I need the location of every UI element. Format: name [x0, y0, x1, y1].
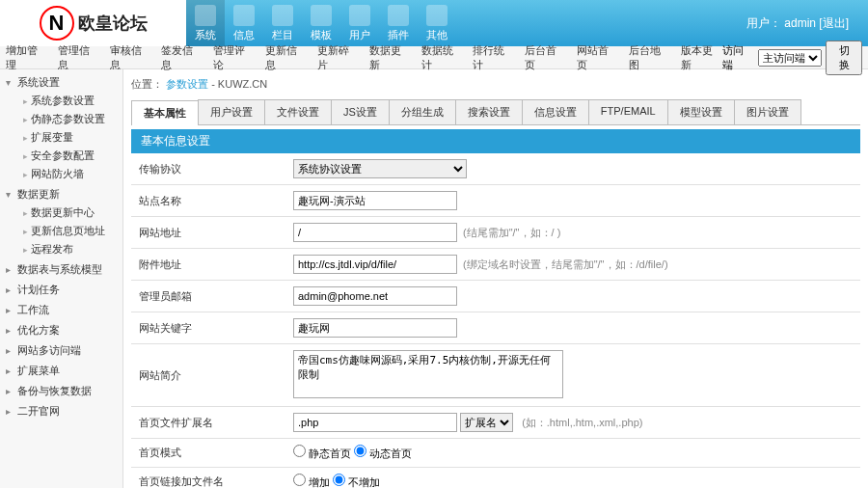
- tree-child[interactable]: 系统参数设置: [2, 92, 121, 110]
- sub-nav-item[interactable]: 管理评论: [213, 43, 256, 72]
- tree-child[interactable]: 网站防火墙: [2, 165, 121, 183]
- sub-nav-item[interactable]: 后台地图: [629, 43, 671, 72]
- top-nav-item[interactable]: 栏目: [263, 0, 302, 46]
- tree-child[interactable]: 扩展变量: [2, 128, 121, 147]
- sub-nav-item[interactable]: 增加管理: [6, 43, 48, 72]
- top-nav-item[interactable]: 插件: [379, 0, 418, 46]
- indexlink-add-radio[interactable]: [293, 474, 306, 486]
- tree-child[interactable]: 安全参数配置: [2, 147, 121, 165]
- expand-icon: ▸: [6, 345, 15, 356]
- expand-icon: ▸: [6, 325, 15, 336]
- content: 位置： 参数设置 - KUWZ.CN 基本属性用户设置文件设置JS设置分组生成搜…: [123, 69, 868, 488]
- expand-icon: ▸: [6, 285, 15, 295]
- ext-select[interactable]: 扩展名: [460, 413, 513, 432]
- visit-select[interactable]: 主访问端: [758, 49, 822, 67]
- protocol-select[interactable]: 系统协议设置: [293, 159, 467, 178]
- sub-nav-item[interactable]: 更新碎片: [317, 43, 360, 72]
- top-nav: 系统信息栏目模板用户插件其他: [186, 0, 746, 46]
- tree-parent[interactable]: ▸数据表与系统模型: [2, 260, 121, 279]
- sub-nav-item[interactable]: 更新信息: [265, 43, 308, 72]
- nav-icon: [311, 5, 332, 26]
- tree-parent[interactable]: ▾系统设置: [2, 73, 121, 92]
- tree-parent[interactable]: ▸网站多访问端: [2, 341, 121, 360]
- top-nav-item[interactable]: 用户: [340, 0, 379, 46]
- sub-nav-item[interactable]: 数据统计: [421, 43, 464, 72]
- indexmode-static-radio[interactable]: [293, 445, 306, 457]
- tab[interactable]: 图片设置: [734, 99, 801, 124]
- sub-nav: 增加管理管理信息审核信息签发信息管理评论更新信息更新碎片数据更新数据统计排行统计…: [0, 46, 868, 69]
- tab[interactable]: 基本属性: [131, 100, 199, 125]
- expand-icon: ▸: [6, 386, 15, 396]
- fileurl-input[interactable]: [293, 255, 457, 274]
- tree-parent[interactable]: ▸优化方案: [2, 321, 121, 339]
- section-title: 基本信息设置: [131, 129, 860, 153]
- tree-child[interactable]: 远程发布: [2, 240, 121, 258]
- tree-parent[interactable]: ▸计划任务: [2, 281, 121, 299]
- nav-icon: [272, 5, 293, 26]
- sub-nav-item[interactable]: 数据更新: [369, 43, 412, 72]
- tree-child[interactable]: 更新信息页地址: [2, 222, 121, 240]
- expand-icon: ▸: [6, 264, 15, 275]
- breadcrumb: 位置： 参数设置 - KUWZ.CN: [131, 73, 860, 95]
- top-nav-item[interactable]: 信息: [225, 0, 263, 46]
- tabs: 基本属性用户设置文件设置JS设置分组生成搜索设置信息设置FTP/EMAIL模型设…: [131, 99, 860, 125]
- sub-nav-item[interactable]: 管理信息: [58, 43, 100, 72]
- expand-icon: ▸: [6, 406, 15, 417]
- ext-input[interactable]: [293, 413, 457, 432]
- tree-parent[interactable]: ▸工作流: [2, 301, 121, 319]
- user-area: 用户： admin [退出]: [746, 15, 868, 32]
- logo-icon: N: [40, 6, 74, 41]
- logout-link[interactable]: [退出]: [819, 16, 849, 30]
- tab[interactable]: 模型设置: [667, 99, 735, 124]
- tab[interactable]: 文件设置: [264, 99, 332, 124]
- logo-text: 欧皇论坛: [78, 12, 148, 35]
- tab[interactable]: 搜索设置: [455, 99, 523, 124]
- expand-icon: ▾: [6, 189, 15, 200]
- tree-parent[interactable]: ▾数据更新: [2, 185, 121, 203]
- sub-nav-item[interactable]: 网站首页: [577, 43, 619, 72]
- top-nav-item[interactable]: 系统: [186, 0, 225, 46]
- nav-icon: [426, 5, 448, 26]
- tree-parent[interactable]: ▸二开官网: [2, 402, 121, 420]
- indexlink-noadd-radio[interactable]: [333, 474, 345, 486]
- user-name: admin: [784, 16, 816, 30]
- tab[interactable]: 用户设置: [198, 99, 265, 124]
- breadcrumb-link[interactable]: 参数设置: [166, 78, 208, 90]
- indexmode-dynamic-radio[interactable]: [354, 445, 366, 457]
- expand-icon: ▸: [6, 305, 15, 315]
- keywords-input[interactable]: [293, 318, 457, 338]
- nav-icon: [349, 5, 370, 26]
- tree-parent[interactable]: ▸备份与恢复数据: [2, 382, 121, 400]
- tree-child[interactable]: 伪静态参数设置: [2, 110, 121, 128]
- top-nav-item[interactable]: 模板: [302, 0, 340, 46]
- intro-textarea[interactable]: 帝国cms仿趣味网源码,采用7.5内核仿制,开源无任何限制: [293, 350, 563, 398]
- tab[interactable]: 分组生成: [389, 99, 456, 124]
- expand-icon: ▸: [6, 366, 15, 376]
- sub-nav-item[interactable]: 版本更新: [681, 43, 723, 72]
- nav-icon: [388, 5, 409, 26]
- sidebar: ▾系统设置系统参数设置伪静态参数设置扩展变量安全参数配置网站防火墙▾数据更新数据…: [0, 69, 123, 488]
- top-nav-item[interactable]: 其他: [418, 0, 456, 46]
- visit-label: 访问端: [722, 43, 754, 72]
- nav-icon: [233, 5, 255, 26]
- sub-nav-item[interactable]: 后台首页: [525, 43, 567, 72]
- sub-nav-item[interactable]: 排行统计: [473, 43, 515, 72]
- adminemail-input[interactable]: [293, 286, 457, 306]
- sub-nav-item[interactable]: 审核信息: [110, 43, 152, 72]
- logo: N 欧皇论坛: [0, 0, 186, 46]
- siteurl-input[interactable]: [293, 223, 457, 242]
- tab[interactable]: JS设置: [331, 99, 390, 124]
- sitename-input[interactable]: [293, 191, 457, 210]
- expand-icon: ▾: [6, 77, 15, 88]
- tree-child[interactable]: 数据更新中心: [2, 203, 121, 222]
- tab[interactable]: FTP/EMAIL: [588, 99, 668, 124]
- form-table: 传输协议 系统协议设置 站点名称 网站地址 (结尾需加"/"，如：/ ) 附件地…: [131, 153, 860, 488]
- protocol-label: 传输协议: [131, 153, 285, 185]
- nav-icon: [195, 5, 216, 26]
- sub-nav-item[interactable]: 签发信息: [161, 43, 203, 72]
- tree-parent[interactable]: ▸扩展菜单: [2, 362, 121, 380]
- tab[interactable]: 信息设置: [522, 99, 589, 124]
